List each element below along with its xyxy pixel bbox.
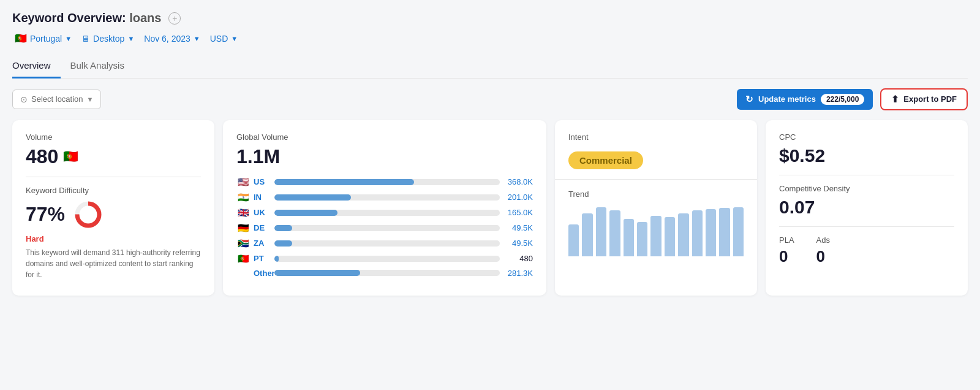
country-value-2: 165.0K xyxy=(503,208,533,217)
update-metrics-button[interactable]: ↻ Update metrics 222/5,000 xyxy=(737,89,873,110)
intent-label: Intent xyxy=(568,132,744,142)
country-row: 🇵🇹 PT 480 xyxy=(236,253,533,264)
country-flag-1: 🇮🇳 xyxy=(236,192,250,203)
trend-bars xyxy=(568,207,744,256)
trend-bar-7 xyxy=(665,217,675,256)
country-row: Other 281.3K xyxy=(236,269,533,278)
update-metrics-label: Update metrics xyxy=(758,94,816,104)
pla-value: 0 xyxy=(779,247,794,266)
country-list: 🇺🇸 US 368.0K 🇮🇳 IN 201.0K 🇬🇧 UK 165.0K 🇩… xyxy=(236,177,533,278)
tabs-row: Overview Bulk Analysis xyxy=(12,55,968,78)
country-bar-fill-1 xyxy=(274,194,351,201)
cpc-divider xyxy=(779,175,954,175)
date-filter[interactable]: Nov 6, 2023 ▼ xyxy=(141,32,202,45)
country-bar-track-6 xyxy=(274,270,500,276)
date-chevron: ▼ xyxy=(194,35,200,42)
kd-donut-chart xyxy=(74,200,103,229)
cd-divider xyxy=(779,226,954,227)
trend-bar-6 xyxy=(650,216,661,256)
pla-ads-row: PLA 0 Ads 0 xyxy=(779,235,954,266)
country-flag-3: 🇩🇪 xyxy=(236,223,250,234)
kd-label-text: Keyword Difficulty xyxy=(26,186,201,195)
ads-label: Ads xyxy=(816,235,830,245)
country-value-0: 368.0K xyxy=(503,177,533,186)
refresh-icon: ↻ xyxy=(745,94,753,105)
country-row: 🇺🇸 US 368.0K xyxy=(236,177,533,188)
device-filter[interactable]: 🖥 Desktop ▼ xyxy=(79,32,137,45)
location-pin-icon: ⊙ xyxy=(20,94,28,104)
currency-chevron: ▼ xyxy=(231,35,238,42)
export-icon: ⬆ xyxy=(891,94,899,105)
country-bar-track-5 xyxy=(274,256,500,262)
country-row: 🇿🇦 ZA 49.5K xyxy=(236,238,533,249)
select-location-label: Select location xyxy=(31,94,83,104)
country-code-1: IN xyxy=(254,193,271,202)
cpc-label: CPC xyxy=(779,132,954,142)
cd-label: Competitive Density xyxy=(779,184,954,193)
cd-value: 0.07 xyxy=(779,197,954,218)
country-bar-fill-3 xyxy=(274,225,292,231)
device-label: Desktop xyxy=(93,34,124,44)
toolbar-row: ⊙ Select location ▼ ↻ Update metrics 222… xyxy=(12,88,968,110)
add-keyword-icon[interactable]: + xyxy=(168,12,181,25)
kd-value: 77% xyxy=(26,203,65,226)
country-row: 🇩🇪 DE 49.5K xyxy=(236,223,533,234)
trend-bar-4 xyxy=(624,219,634,256)
toolbar-right: ↻ Update metrics 222/5,000 ⬆ Export to P… xyxy=(737,88,968,110)
select-location-button[interactable]: ⊙ Select location ▼ xyxy=(12,90,101,109)
country-bar-fill-2 xyxy=(274,210,337,216)
volume-flag: 🇵🇹 xyxy=(63,149,78,164)
pla-label: PLA xyxy=(779,235,794,245)
tab-bulk-analysis[interactable]: Bulk Analysis xyxy=(61,55,134,78)
tab-overview[interactable]: Overview xyxy=(12,55,61,78)
country-code-4: ZA xyxy=(254,239,271,248)
date-label: Nov 6, 2023 xyxy=(144,34,190,44)
trend-bar-10 xyxy=(706,209,716,256)
export-pdf-button[interactable]: ⬆ Export to PDF xyxy=(880,88,968,110)
trend-bar-11 xyxy=(719,208,729,256)
device-chevron: ▼ xyxy=(127,35,134,42)
ads-item: Ads 0 xyxy=(816,235,830,266)
country-code-6: Other xyxy=(254,269,271,278)
select-location-chevron: ▼ xyxy=(87,96,94,103)
location-filter[interactable]: 🇵🇹 Portugal ▼ xyxy=(12,31,74,45)
device-icon: 🖥 xyxy=(81,34,90,44)
trend-bar-0 xyxy=(568,224,579,256)
country-code-0: US xyxy=(254,177,271,186)
trend-section: Trend xyxy=(555,180,757,296)
country-value-6: 281.3K xyxy=(503,269,533,278)
intent-trend-card: Intent Commercial Trend xyxy=(555,120,757,296)
global-volume-card: Global Volume 1.1M 🇺🇸 US 368.0K 🇮🇳 IN 20… xyxy=(223,120,546,296)
global-volume-value: 1.1M xyxy=(236,145,533,168)
country-row: 🇬🇧 UK 165.0K xyxy=(236,207,533,218)
currency-filter[interactable]: USD ▼ xyxy=(208,32,240,45)
kd-row: 77% xyxy=(26,200,201,229)
header-row: Keyword Overview: loans + xyxy=(12,11,968,25)
trend-bar-8 xyxy=(678,213,688,256)
trend-bar-1 xyxy=(582,213,592,256)
country-bar-track-3 xyxy=(274,225,500,231)
kd-donut-svg xyxy=(74,200,103,229)
country-bar-track-1 xyxy=(274,194,500,201)
country-bar-track-4 xyxy=(274,240,500,247)
location-chevron: ▼ xyxy=(65,35,72,42)
right-metrics-card: CPC $0.52 Competitive Density 0.07 PLA 0… xyxy=(766,120,968,296)
country-flag-5: 🇵🇹 xyxy=(236,253,250,264)
export-label: Export to PDF xyxy=(903,94,957,104)
page-title: Keyword Overview: loans xyxy=(12,11,161,25)
trend-label: Trend xyxy=(568,189,744,199)
trend-bar-2 xyxy=(596,207,606,256)
global-volume-label: Global Volume xyxy=(236,132,533,142)
volume-card: Volume 480 🇵🇹 Keyword Difficulty 77% Har… xyxy=(12,120,214,296)
trend-bar-5 xyxy=(637,222,647,256)
country-bar-fill-5 xyxy=(274,256,279,262)
volume-value: 480 xyxy=(26,145,58,168)
country-bar-fill-4 xyxy=(274,240,292,247)
volume-divider xyxy=(26,177,201,177)
location-flag: 🇵🇹 xyxy=(15,32,27,44)
volume-value-row: 480 🇵🇹 xyxy=(26,145,201,168)
country-code-3: DE xyxy=(254,223,271,232)
trend-bar-3 xyxy=(609,210,620,256)
intent-badge: Commercial xyxy=(568,151,643,169)
kd-rating: Hard xyxy=(26,234,201,243)
